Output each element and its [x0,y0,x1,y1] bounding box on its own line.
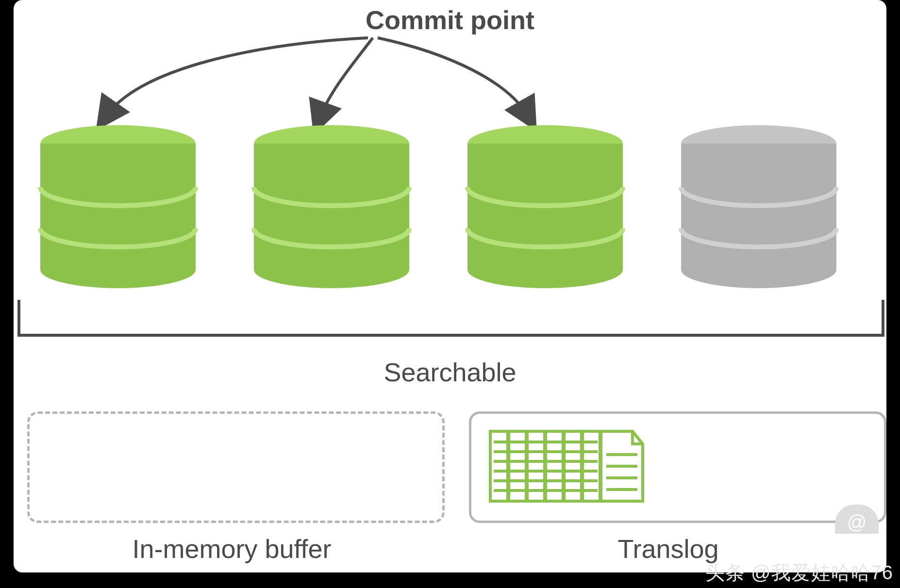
svg-point-11 [681,251,836,288]
searchable-label: Searchable [14,357,886,387]
svg-point-2 [40,251,196,288]
in-memory-buffer-label: In-memory buffer [14,534,450,564]
cylinder-row [14,124,886,289]
diagram-card: Commit point [14,0,886,572]
commit-point-title: Commit point [14,5,886,35]
searchable-bracket [17,300,884,337]
lower-boxes [27,411,886,518]
cylinder-4 [679,124,839,289]
watermark-text: 头条 @我爱娃哈哈76 [705,559,893,586]
document-stack-icon [489,427,644,505]
commit-point-arrows [14,34,886,131]
cylinder-3 [465,124,625,289]
translog-box [469,411,886,523]
cylinder-1 [38,124,198,289]
cylinder-2 [251,124,412,289]
in-memory-buffer-box [27,411,445,523]
svg-point-5 [254,251,409,288]
svg-point-8 [467,251,623,288]
